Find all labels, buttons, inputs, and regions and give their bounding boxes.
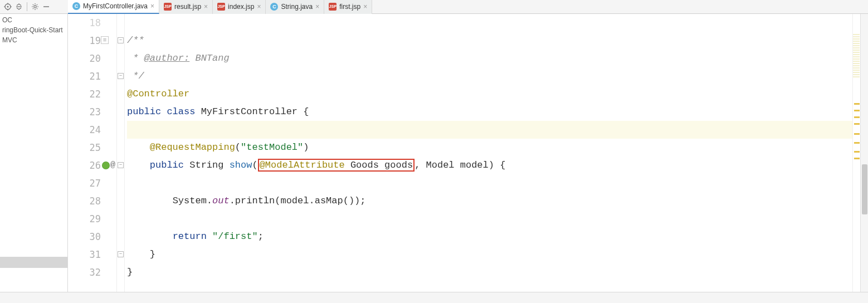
code-line[interactable]: } [127, 246, 852, 263]
warning-marker[interactable] [854, 142, 860, 144]
close-icon[interactable]: × [257, 3, 261, 11]
scrollbar-thumb[interactable] [862, 164, 867, 214]
line-number: 20 [68, 50, 101, 67]
code-line[interactable] [127, 14, 852, 32]
code-line[interactable]: @RequestMapping("testModel") [127, 139, 852, 157]
doc-hint-icon[interactable] [101, 36, 109, 44]
warning-marker[interactable] [854, 151, 860, 153]
line-number: 28 [68, 192, 101, 210]
java-file-icon: C [72, 2, 80, 10]
editor-tab[interactable]: JSPfirst.jsp× [324, 0, 372, 14]
close-icon[interactable]: × [204, 3, 208, 11]
line-number: 32 [68, 263, 101, 281]
svg-point-7 [34, 6, 36, 8]
status-bar [0, 292, 868, 303]
line-number: 31 [68, 246, 101, 263]
tab-label: MyFirstController.java [83, 2, 148, 10]
editor-gutter: @ 181920212223242526272829303132 [68, 14, 117, 292]
fold-toggle-icon[interactable] [118, 251, 124, 257]
line-number: 21 [68, 67, 101, 85]
close-icon[interactable]: × [363, 3, 367, 11]
editor-tab-strip: CMyFirstController.java×JSPresult.jsp×JS… [68, 0, 372, 14]
tab-label: index.jsp [228, 3, 254, 11]
sidebar-item[interactable]: OC [0, 15, 67, 25]
fold-toggle-icon[interactable] [118, 162, 124, 168]
line-number: 29 [68, 210, 101, 228]
close-icon[interactable]: × [150, 2, 154, 10]
tab-label: result.jsp [174, 3, 201, 11]
line-number: 22 [68, 85, 101, 103]
line-number: 23 [68, 103, 101, 121]
mapping-icon[interactable]: @ [110, 157, 115, 174]
code-line[interactable]: } [127, 263, 852, 281]
code-line[interactable]: */ [127, 67, 852, 85]
close-icon[interactable]: × [315, 3, 319, 11]
editor-tab[interactable]: CMyFirstController.java× [68, 0, 159, 14]
code-line[interactable] [127, 174, 852, 192]
sidebar-selection [0, 257, 67, 268]
project-sidebar[interactable]: OCringBoot-Quick-StartMVC [0, 14, 68, 292]
sidebar-item[interactable]: ringBoot-Quick-Start [0, 25, 67, 35]
tab-label: first.jsp [339, 3, 360, 11]
code-line[interactable]: public class MyFirstController { [127, 103, 852, 121]
jsp-file-icon: JSP [164, 3, 172, 11]
target-icon[interactable] [3, 2, 12, 11]
jsp-file-icon: JSP [217, 3, 225, 11]
line-number: 24 [68, 121, 101, 139]
highlight-box: @ModelAttribute Goods goods [258, 159, 415, 172]
collapse-all-icon[interactable] [14, 2, 23, 11]
fold-toggle-icon[interactable] [118, 73, 124, 79]
svg-point-1 [7, 6, 9, 8]
line-number: 30 [68, 228, 101, 246]
code-line[interactable]: return "/first"; [127, 228, 852, 246]
line-number: 18 [68, 14, 101, 32]
warning-marker[interactable] [854, 158, 860, 159]
editor-tab[interactable]: JSPresult.jsp× [159, 0, 213, 14]
code-line[interactable]: @Controller [127, 85, 852, 103]
fold-column [117, 14, 125, 292]
code-area[interactable]: /** * @author: BNTang */@Controllerpubli… [125, 14, 852, 292]
java-file-icon: C [270, 3, 278, 11]
vertical-scrollbar[interactable] [860, 14, 868, 292]
line-number: 27 [68, 174, 101, 192]
code-line[interactable] [127, 121, 852, 139]
minimize-icon[interactable] [42, 2, 51, 11]
minimap-thumb [853, 34, 860, 79]
sidebar-item[interactable]: MVC [0, 35, 67, 45]
line-number: 19 [68, 32, 101, 50]
warning-marker[interactable] [854, 116, 860, 118]
error-stripe[interactable] [852, 14, 860, 292]
editor-tab[interactable]: CString.java× [266, 0, 324, 14]
code-editor[interactable]: @ 181920212223242526272829303132 /** * @… [68, 14, 868, 292]
code-line[interactable]: * @author: BNTang [127, 50, 852, 67]
top-toolbar: CMyFirstController.java×JSPresult.jsp×JS… [0, 0, 868, 14]
jsp-file-icon: JSP [329, 3, 337, 11]
fold-toggle-icon[interactable] [118, 37, 124, 43]
svg-line-14 [33, 8, 33, 9]
toolbar-separator [27, 2, 27, 11]
code-line[interactable]: System.out.println(model.asMap()); [127, 192, 852, 210]
gear-icon[interactable] [31, 2, 40, 11]
svg-line-13 [37, 8, 37, 9]
tab-label: String.java [281, 3, 313, 11]
line-number: 26 [68, 157, 101, 174]
svg-line-12 [33, 4, 33, 5]
toolbar-left-buttons [0, 0, 68, 13]
warning-marker[interactable] [854, 110, 860, 111]
warning-marker[interactable] [854, 123, 860, 125]
gutter-icons-line-26[interactable]: @ [102, 157, 115, 174]
code-line[interactable] [127, 210, 852, 228]
code-line[interactable]: public String show(@ModelAttribute Goods… [127, 157, 852, 174]
line-number: 25 [68, 139, 101, 157]
warning-marker[interactable] [854, 133, 860, 135]
spring-bean-icon[interactable] [102, 162, 110, 169]
main-area: OCringBoot-Quick-StartMVC @ 181920212223… [0, 14, 868, 292]
warning-marker[interactable] [854, 103, 860, 105]
code-line[interactable]: /** [127, 32, 852, 50]
editor-tab[interactable]: JSPindex.jsp× [213, 0, 266, 14]
svg-line-15 [37, 4, 37, 5]
